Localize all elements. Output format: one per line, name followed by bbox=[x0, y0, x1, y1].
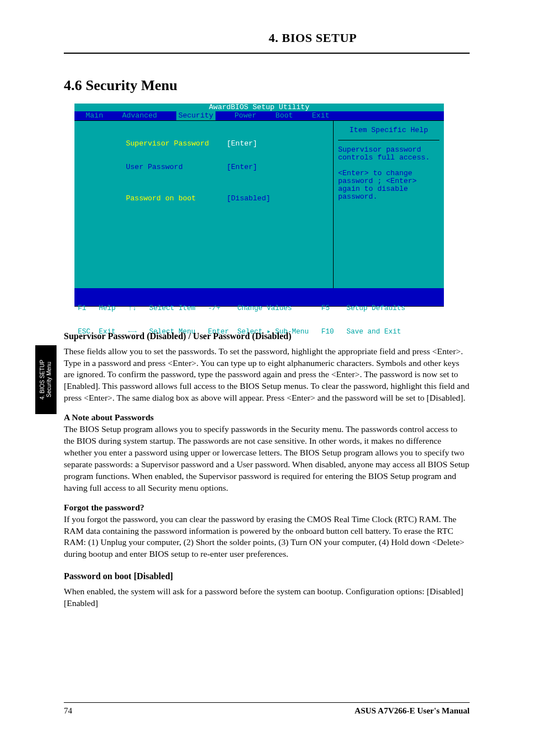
subheading-pwdonboot: Password on boot [Disabled] bbox=[64, 570, 470, 583]
bios-value: [Enter] bbox=[227, 163, 257, 171]
subheading-passwords: Supervisor Password (Disabled) / User Pa… bbox=[64, 330, 470, 342]
bios-menu-security: Security bbox=[176, 111, 216, 120]
side-tab-line2: Security Menu bbox=[46, 362, 52, 398]
bios-title: AwardBIOS Setup Utility bbox=[74, 104, 444, 111]
bios-row-pwdonboot: Password on boot[Disabled] bbox=[82, 187, 325, 210]
bios-menu-bar: Main Advanced Security Power Boot Exit bbox=[74, 111, 444, 120]
paragraph: When enabled, the system will ask for a … bbox=[64, 586, 470, 609]
bios-menu-boot: Boot bbox=[275, 112, 293, 120]
bios-row-supervisor: Supervisor Password[Enter] bbox=[82, 132, 325, 156]
bios-help-body: Supervisor password controls full access… bbox=[338, 146, 439, 201]
section-title: 4.6 Security Menu bbox=[64, 77, 177, 94]
bios-help-title: Item Specific Help bbox=[338, 124, 439, 140]
body-content: Supervisor Password (Disabled) / User Pa… bbox=[64, 320, 470, 609]
bios-row-user: User Password[Enter] bbox=[82, 156, 325, 179]
paragraph: These fields allow you to set the passwo… bbox=[64, 346, 470, 405]
bios-value: [Enter] bbox=[227, 139, 257, 148]
note-body: The BIOS Setup program allows you to spe… bbox=[64, 424, 470, 494]
note-label: A Note about Passwords bbox=[64, 412, 470, 424]
side-tab-line1: 4. BIOS SETUP bbox=[39, 360, 45, 400]
forgot-body: If you forgot the password, you can clea… bbox=[64, 514, 470, 561]
bios-value: [Disabled] bbox=[227, 194, 270, 203]
bios-footer-line1: F1 Help ↑↓ Select Item -/+ Change Values… bbox=[78, 304, 441, 312]
bios-body: Supervisor Password[Enter] User Password… bbox=[74, 120, 444, 288]
bios-label: Supervisor Password bbox=[126, 140, 227, 148]
bios-label: User Password bbox=[126, 163, 227, 171]
section-heading: 4. BIOS SETUP bbox=[269, 31, 357, 45]
bios-label: Password on boot bbox=[126, 195, 227, 203]
bios-screenshot: AwardBIOS Setup Utility Main Advanced Se… bbox=[74, 104, 444, 307]
side-tab: 4. BIOS SETUP Security Menu bbox=[35, 345, 57, 414]
bios-menu-exit: Exit bbox=[312, 112, 329, 120]
forgot-label: Forgot the password? bbox=[64, 502, 470, 514]
product-name: ASUS A7V266-E User's Manual bbox=[355, 706, 470, 716]
bios-left-panel: Supervisor Password[Enter] User Password… bbox=[74, 120, 333, 288]
bios-footer: F1 Help ↑↓ Select Item -/+ Change Values… bbox=[74, 288, 444, 306]
bios-menu-power: Power bbox=[235, 112, 256, 120]
bios-row-blank bbox=[82, 179, 325, 187]
page-number: 74 bbox=[64, 706, 72, 716]
header-rule bbox=[64, 53, 470, 54]
bios-menu-advanced: Advanced bbox=[122, 112, 157, 120]
bios-menu-main: Main bbox=[86, 112, 103, 120]
bios-help-panel: Item Specific Help Supervisor password c… bbox=[333, 120, 444, 288]
page-footer: 74 ASUS A7V266-E User's Manual bbox=[64, 702, 470, 716]
